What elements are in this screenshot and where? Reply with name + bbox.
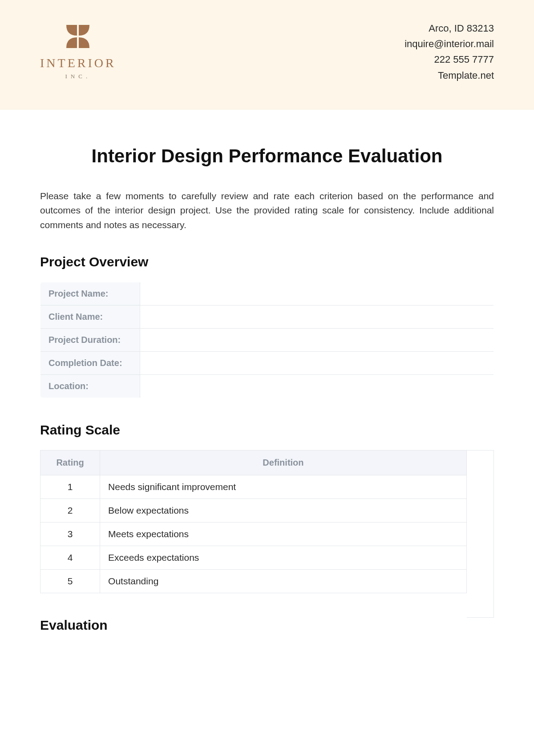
overview-value[interactable] [140,282,494,306]
table-row: Project Name: [40,282,494,306]
rating-number: 2 [40,499,100,523]
section-rating-scale-title: Rating Scale [40,422,494,438]
company-logo-icon [64,22,92,51]
rating-number: 3 [40,523,100,546]
table-row: Location: [40,375,494,398]
table-row: 4 Exceeds expectations [40,546,467,570]
overview-label: Client Name: [40,306,140,329]
section-project-overview-title: Project Overview [40,254,494,269]
table-row: 1 Needs significant improvement [40,475,467,499]
overview-label: Project Duration: [40,329,140,352]
table-gutter [467,450,494,618]
logo-block: INTERIOR INC. [40,18,116,80]
overview-value[interactable] [140,329,494,352]
table-row: Client Name: [40,306,494,329]
table-row: 2 Below expectations [40,499,467,523]
document-body: Interior Design Performance Evaluation P… [0,110,534,664]
company-subname: INC. [65,73,91,80]
page-title: Interior Design Performance Evaluation [40,145,494,167]
overview-label: Location: [40,375,140,398]
contact-email: inquire@interior.mail [405,36,494,52]
overview-value[interactable] [140,352,494,375]
rating-definition: Exceeds expectations [100,546,467,570]
rating-definition: Meets expectations [100,523,467,546]
contact-phone: 222 555 7777 [405,52,494,67]
rating-definition: Outstanding [100,570,467,593]
overview-label: Completion Date: [40,352,140,375]
contact-site: Template.net [405,68,494,83]
rating-header: Rating [40,450,100,475]
rating-scale-wrap: Rating Definition 1 Needs significant im… [40,450,494,618]
overview-label: Project Name: [40,282,140,306]
section-evaluation-title: Evaluation [40,618,494,633]
rating-number: 4 [40,546,100,570]
overview-value[interactable] [140,375,494,398]
overview-value[interactable] [140,306,494,329]
rating-definition: Below expectations [100,499,467,523]
table-row: Completion Date: [40,352,494,375]
letterhead-header: INTERIOR INC. Arco, ID 83213 inquire@int… [0,0,534,110]
rating-number: 5 [40,570,100,593]
company-name: INTERIOR [40,56,116,70]
rating-number: 1 [40,475,100,499]
definition-header: Definition [100,450,467,475]
table-row: Project Duration: [40,329,494,352]
contact-address: Arco, ID 83213 [405,20,494,36]
rating-scale-table: Rating Definition 1 Needs significant im… [40,450,467,593]
table-row: 5 Outstanding [40,570,467,593]
project-overview-table: Project Name: Client Name: Project Durat… [40,282,494,398]
table-header-row: Rating Definition [40,450,467,475]
contact-block: Arco, ID 83213 inquire@interior.mail 222… [405,18,494,83]
table-row: 3 Meets expectations [40,523,467,546]
rating-definition: Needs significant improvement [100,475,467,499]
intro-paragraph: Please take a few moments to carefully r… [40,189,494,233]
